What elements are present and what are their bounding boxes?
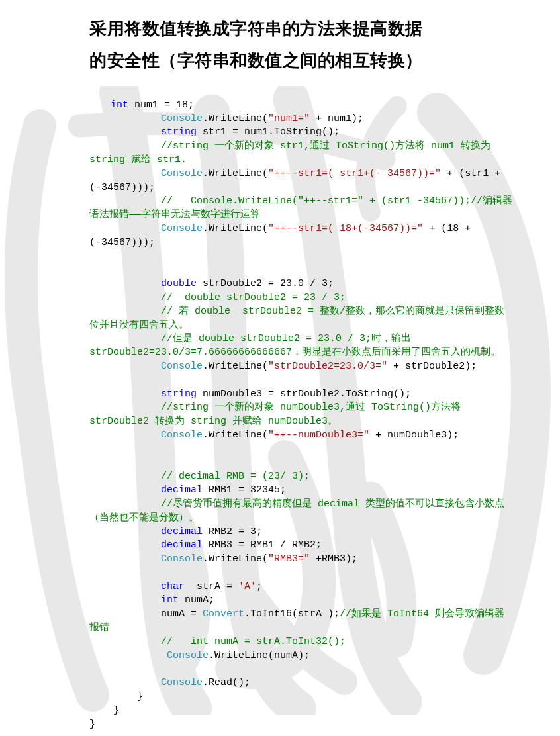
t-l17: RMB1 = 32345; xyxy=(203,484,286,496)
t-l20: RMB3 = RMB1 / RMB2; xyxy=(203,539,322,551)
t-l15b: + numDouble3); xyxy=(369,430,459,441)
t-l12b: + strDouble2); xyxy=(387,361,477,372)
kw-string2: string xyxy=(161,389,197,400)
t-l3: str1 = num1.ToString(); xyxy=(197,126,340,138)
c-l10: // 若 double strDouble2 = 整数/整数，那么它的商就是只保… xyxy=(89,306,504,331)
type-console8: Console xyxy=(161,677,203,688)
kw-string: string xyxy=(161,126,197,138)
s-l21: "RMB3=" xyxy=(268,553,310,565)
t-l26: .WriteLine(numA); xyxy=(209,650,310,661)
type-console5: Console xyxy=(161,430,203,441)
kw-int2: int xyxy=(161,594,179,606)
t-l21b: +RMB3); xyxy=(310,553,357,565)
brace-close-3: } xyxy=(89,719,95,730)
s-l12: "strDouble2=23.0/3=" xyxy=(268,361,387,372)
s-l7: "++--str1=( 18+(-34567))=" xyxy=(268,223,423,234)
title-line-1: 采用将数值转换成字符串的方法来提高数据 xyxy=(89,19,423,38)
type-console: Console xyxy=(161,113,203,124)
kw-decimal2: decimal xyxy=(161,526,203,537)
t-l22b: ; xyxy=(256,581,262,592)
t-l8: strDouble2 = 23.0 / 3; xyxy=(197,278,334,289)
t-l12a: .WriteLine( xyxy=(203,361,268,372)
type-convert: Convert xyxy=(203,608,244,620)
t-l1: num1 = 18; xyxy=(128,99,194,111)
t-l24a: numA = xyxy=(89,608,203,620)
code-listing: int num1 = 18; Console.WriteLine("num1="… xyxy=(89,85,514,731)
c-l25: // int numA = strA.ToInt32(); xyxy=(161,636,346,647)
type-console2: Console xyxy=(161,168,203,179)
t-l23: numA; xyxy=(179,594,214,606)
c-l14: //string 一个新的对象 numDouble3,通过 ToString()… xyxy=(89,402,467,427)
s-l15: "++--numDouble3=" xyxy=(268,430,369,441)
c-l9: // double strDouble2 = 23 / 3; xyxy=(161,292,346,303)
t-l7a: .WriteLine( xyxy=(203,223,268,234)
kw-decimal3: decimal xyxy=(161,539,203,551)
t-l19: RMB2 = 3; xyxy=(203,526,262,537)
t-l13: numDouble3 = strDouble2.ToString(); xyxy=(197,389,411,400)
t-l15a: .WriteLine( xyxy=(203,430,268,441)
kw-int: int xyxy=(111,99,128,111)
title-line-2: 的安全性（字符串和数值之间的相互转换） xyxy=(89,51,423,70)
s-l22: 'A' xyxy=(238,581,256,592)
t-l27: .Read(); xyxy=(203,677,250,688)
s-l5: "++--str1=( str1+(- 34567))=" xyxy=(268,168,441,179)
c-l11: //但是 double strDouble2 = 23.0 / 3;时，输出 s… xyxy=(89,333,500,358)
type-console7: Console xyxy=(167,650,209,661)
c-l4: //string 一个新的对象 str1,通过 ToString()方法将 nu… xyxy=(89,140,496,165)
c-l16: // decimal RMB = (23/ 3); xyxy=(161,471,310,482)
brace-close-1: } xyxy=(89,691,143,702)
t-l5a: .WriteLine( xyxy=(203,168,268,179)
type-console4: Console xyxy=(161,361,203,372)
kw-char: char xyxy=(161,581,185,592)
c-l18: //尽管货币值拥有最高的精度但是 decimal 类型的值不可以直接包含小数点（… xyxy=(89,498,504,524)
t-l22a: strA = xyxy=(185,581,238,592)
t-l21a: .WriteLine( xyxy=(203,553,268,565)
t-l24b: .ToInt16(strA ); xyxy=(244,608,340,620)
article-title: 采用将数值转换成字符串的方法来提高数据 的安全性（字符串和数值之间的相互转换） xyxy=(89,13,514,77)
t-l2a: .WriteLine( xyxy=(203,113,268,124)
t-l2b: + num1); xyxy=(310,113,363,124)
kw-decimal: decimal xyxy=(161,484,203,496)
type-console3: Console xyxy=(161,223,203,234)
brace-close-2: } xyxy=(89,705,119,716)
c-l6: // Console.WriteLine("++--str1=" + (str1… xyxy=(89,195,512,220)
type-console6: Console xyxy=(161,553,203,565)
s-l2: "num1=" xyxy=(268,113,310,124)
kw-double: double xyxy=(161,278,197,289)
